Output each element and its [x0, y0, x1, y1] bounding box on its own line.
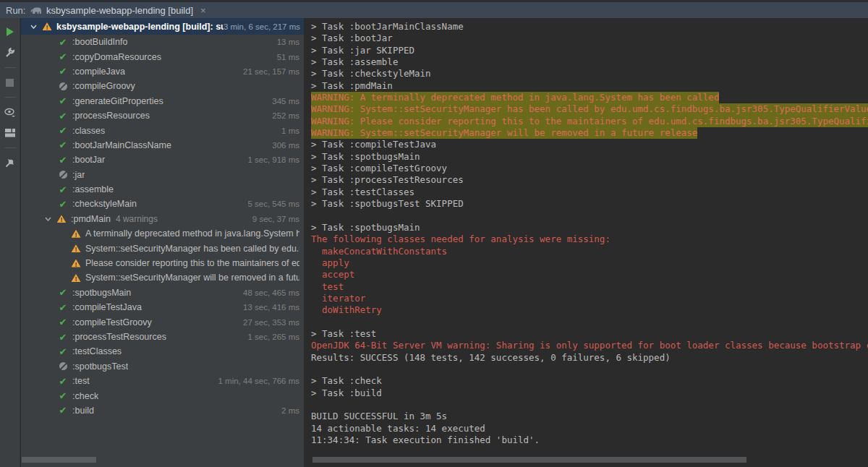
task-label: :testClasses — [72, 346, 122, 356]
check-icon: ✔ — [57, 111, 69, 121]
console-line: > Task :build — [311, 387, 868, 399]
task-duration: 27 sec, 353 ms — [237, 318, 299, 327]
console-line: test — [311, 281, 868, 293]
tree-root-row[interactable]: ksbysample-webapp-lending [build]: succe… — [21, 18, 304, 35]
task-duration: 252 ms — [266, 111, 299, 120]
check-icon: ✔ — [57, 317, 69, 327]
task-label: :assemble — [72, 184, 114, 194]
check-icon: ✔ — [57, 288, 69, 297]
show-passed-eye-icon[interactable] — [2, 104, 18, 120]
console-line: makeConcatWithConstants — [311, 246, 868, 257]
tree-root-time: 3 min, 6 sec, 217 ms — [224, 22, 300, 31]
task-label: :bootBuildInfo — [72, 37, 127, 47]
tree-warning-row[interactable]: Please consider reporting this to the ma… — [21, 256, 304, 270]
console-line: > Task :pmdMain — [311, 80, 868, 92]
tree-horizontal-scrollbar-thumb[interactable] — [22, 457, 96, 463]
console-line: accept — [311, 269, 868, 280]
tree-task-row[interactable]: ✔:generateGitProperties345 ms — [21, 94, 304, 108]
check-icon: ✔ — [57, 391, 69, 400]
task-label: :compileJava — [72, 67, 125, 77]
console-line: The following classes needed for analysi… — [311, 234, 868, 245]
tree-task-row[interactable]: ✔:copyDomaResources51 ms — [21, 49, 304, 64]
toolbar-separator — [4, 97, 16, 98]
tree-warning-row[interactable]: A terminally deprecated method in java.l… — [21, 226, 304, 241]
stop-icon[interactable] — [2, 74, 18, 90]
task-label: :classes — [72, 126, 105, 136]
pin-icon[interactable] — [2, 155, 18, 171]
tree-task-row[interactable]: ✔:build2 ms — [21, 403, 304, 418]
warning-icon — [70, 260, 82, 267]
task-label: :pmdMain — [71, 214, 111, 224]
warning-highlight: WARNING: System::setSecurityManager has … — [311, 103, 868, 115]
task-duration: 9 sec, 37 ms — [247, 215, 299, 223]
tree-task-row[interactable]: ✔:classes1 ms — [21, 123, 304, 137]
console-line: doWithRetry — [311, 304, 868, 316]
console-horizontal-scrollbar-thumb[interactable] — [312, 457, 746, 463]
tree-warning-row[interactable]: System::setSecurityManager has been call… — [21, 241, 304, 255]
console-line: > Task :checkstyleMain — [311, 68, 868, 80]
task-label: :bootJarMainClassName — [72, 140, 171, 150]
console-line: WARNING: A terminally deprecated method … — [311, 92, 868, 103]
task-duration: 2 ms — [276, 406, 299, 415]
tree-task-row[interactable]: ✔:checkstyleMain5 sec, 545 ms — [21, 197, 304, 211]
tree-task-row[interactable]: ✔:processResources252 ms — [21, 108, 304, 123]
build-console-output: > Task :bootJarMainClassName> Task :boot… — [304, 18, 868, 467]
run-toolbar — [0, 18, 20, 467]
tree-task-row[interactable]: ✔:bootBuildInfo13 ms — [21, 35, 304, 49]
run-tab-title: ksbysample-webapp-lending [build] — [46, 5, 193, 16]
run-tab[interactable]: ksbysample-webapp-lending [build] × — [26, 2, 210, 18]
warning-icon — [70, 274, 82, 282]
tree-task-row[interactable]: :spotbugsTest — [21, 359, 304, 374]
console-line — [311, 317, 868, 328]
task-label: :test — [72, 376, 90, 386]
tree-task-row[interactable]: ✔:bootJarMainClassName306 ms — [21, 138, 304, 153]
tree-task-row[interactable]: ✔:test1 min, 44 sec, 766 ms — [21, 374, 304, 388]
tree-task-row[interactable]: ✔:compileTestGroovy27 sec, 353 ms — [21, 314, 304, 329]
check-icon: ✔ — [57, 185, 69, 194]
console-line: > Task :check — [311, 375, 868, 387]
rerun-icon[interactable] — [2, 24, 18, 40]
task-duration: 306 ms — [266, 141, 299, 150]
toolbar-separator — [4, 147, 16, 148]
skipped-icon — [57, 362, 69, 370]
task-duration: 1 sec, 265 ms — [242, 333, 299, 341]
task-label: :compileTestGroovy — [72, 317, 152, 327]
tree-task-row[interactable]: ✔:compileJava21 sec, 157 ms — [21, 64, 304, 79]
tree-task-row[interactable]: :compileGroovy — [21, 79, 304, 93]
task-duration: 1 ms — [276, 127, 299, 135]
tree-task-row[interactable]: ✔:bootJar1 sec, 918 ms — [21, 153, 304, 167]
tree-task-row[interactable]: :pmdMain4 warnings9 sec, 37 ms — [21, 212, 304, 226]
task-label: :checkstyleMain — [72, 199, 137, 209]
tree-task-row[interactable]: ✔:spotbugsMain48 sec, 465 ms — [21, 286, 304, 300]
task-label: A terminally deprecated method in java.l… — [85, 228, 299, 239]
warning-icon — [56, 215, 67, 223]
check-icon: ✔ — [57, 303, 69, 312]
console-line: > Task :spotbugsMain — [311, 151, 868, 163]
tree-task-row[interactable]: :jar — [21, 168, 304, 182]
console-line: > Task :spotbugsMain — [311, 222, 868, 234]
tree-task-row[interactable]: ✔:testClasses — [21, 344, 304, 359]
console-line: > Task :processTestResources — [311, 174, 868, 186]
console-line: OpenJDK 64-Bit Server VM warning: Sharin… — [311, 340, 868, 351]
task-label: :processResources — [72, 111, 150, 121]
tree-task-row[interactable]: ✔:compileTestJava13 sec, 416 ms — [21, 300, 304, 314]
tree-task-row[interactable]: ✔:check — [21, 388, 304, 403]
console-line: > Task :bootJar — [311, 33, 868, 44]
console-line: > Task :compileTestGroovy — [311, 163, 868, 174]
layout-icon[interactable] — [2, 125, 18, 141]
chevron-down-icon[interactable] — [43, 217, 53, 221]
tree-task-row[interactable]: ✔:processTestResources1 sec, 265 ms — [21, 330, 304, 344]
wrench-icon[interactable] — [2, 45, 18, 61]
tree-task-row[interactable]: ✔:assemble — [21, 182, 304, 197]
warning-highlight: WARNING: System::setSecurityManager will… — [311, 127, 697, 139]
tree-warning-row[interactable]: System::setSecurityManager will be remov… — [21, 270, 304, 285]
close-icon[interactable]: × — [200, 5, 206, 16]
check-icon: ✔ — [57, 96, 69, 106]
task-label: :compileTestJava — [72, 302, 142, 312]
check-icon: ✔ — [57, 155, 69, 165]
chevron-down-icon[interactable] — [28, 25, 38, 29]
task-duration: 51 ms — [271, 53, 299, 61]
task-label: :generateGitProperties — [72, 96, 163, 106]
run-label: Run: — [6, 5, 25, 16]
check-icon: ✔ — [57, 406, 69, 415]
